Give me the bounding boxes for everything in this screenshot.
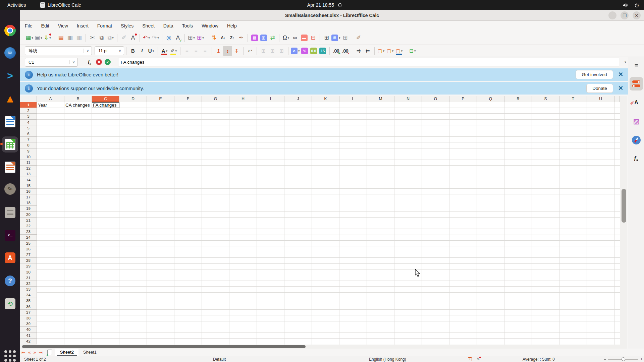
show-grid-button[interactable]: ⊞▾	[331, 33, 341, 43]
align-right-button[interactable]: ≡	[201, 46, 210, 56]
italic-button[interactable]: I	[138, 46, 147, 56]
headers-and-footers-button[interactable]: ⊟	[309, 33, 318, 43]
dock-item-libreoffice-impress[interactable]	[2, 159, 18, 175]
row-header-22[interactable]: 22	[20, 223, 37, 229]
row-header-24[interactable]: 24	[20, 235, 37, 240]
close-button[interactable]: ✕	[633, 11, 641, 19]
undo-dropdown-icon[interactable]: ▾	[148, 36, 150, 40]
column-header-n[interactable]: N	[394, 96, 422, 102]
border-style-dropdown-icon[interactable]: ▾	[392, 49, 394, 53]
insert-comment-button[interactable]: ▬	[300, 33, 309, 43]
dock-item-thunderbird[interactable]: ✉	[2, 45, 18, 61]
align-center-button[interactable]: ≡	[192, 46, 201, 56]
insert-row-button[interactable]: ⊞▾	[187, 33, 196, 43]
insert-image-button[interactable]: ▨	[250, 33, 259, 43]
column-header-t[interactable]: T	[559, 96, 587, 102]
insert-chart-button[interactable]: ◫	[259, 33, 268, 43]
cell-c1[interactable]: FA changes	[92, 102, 119, 108]
highlighting-color-dropdown-icon[interactable]: ▾	[175, 49, 177, 53]
dock-item-apps-grid[interactable]	[2, 348, 18, 362]
column-header-k[interactable]: K	[312, 96, 339, 102]
paste-dropdown-icon[interactable]: ▾	[112, 36, 114, 40]
row-header-6[interactable]: 6	[20, 131, 37, 137]
export-as-pdf-button[interactable]: ▤	[56, 33, 65, 43]
row-header-30[interactable]: 30	[20, 269, 37, 275]
conditional-formatting-button[interactable]: ⊡▾	[408, 46, 417, 56]
function-wizard-icon[interactable]: fx	[86, 59, 93, 65]
next-sheet-icon[interactable]: »	[34, 350, 36, 355]
undo-button[interactable]: ↶▾	[142, 33, 151, 43]
sidebar-properties-deck[interactable]	[630, 77, 643, 90]
sheet-tab-sheet2[interactable]: Sheet2	[55, 349, 78, 356]
menu-file[interactable]: File	[25, 23, 33, 28]
row-header-18[interactable]: 18	[20, 200, 37, 206]
new-document-button[interactable]: ▦▾	[25, 33, 34, 43]
open-file-button[interactable]: ▣▾	[34, 33, 43, 43]
row-header-10[interactable]: 10	[20, 154, 37, 160]
freeze-rows-and-columns-button[interactable]: ⊞	[322, 33, 331, 43]
row-header-11[interactable]: 11	[20, 160, 37, 166]
menu-styles[interactable]: Styles	[121, 23, 133, 28]
row-header-19[interactable]: 19	[20, 206, 37, 212]
column-header-a[interactable]: A	[37, 96, 64, 102]
font-size-combobox[interactable]: 11 pt ∨	[95, 46, 124, 55]
find-and-replace-button[interactable]: ◎	[164, 33, 173, 43]
column-header-q[interactable]: Q	[477, 96, 504, 102]
row-header-28[interactable]: 28	[20, 258, 37, 263]
row-header-38[interactable]: 38	[20, 315, 37, 321]
dock-item-gimp[interactable]: ✎	[2, 181, 18, 197]
row-header-2[interactable]: 2	[20, 108, 37, 114]
row-header-41[interactable]: 41	[20, 333, 37, 339]
row-header-33[interactable]: 33	[20, 287, 37, 292]
zoom-in-icon[interactable]: +	[640, 357, 643, 362]
bold-button[interactable]: B	[128, 46, 138, 56]
column-header-j[interactable]: J	[284, 96, 312, 102]
column-header-o[interactable]: O	[422, 96, 449, 102]
row-header-4[interactable]: 4	[20, 120, 37, 125]
menu-format[interactable]: Format	[97, 23, 112, 28]
insert-column-button[interactable]: ⊞▾	[196, 33, 205, 43]
sort-ascending-button[interactable]: A↓	[218, 33, 227, 43]
open-file-dropdown-icon[interactable]: ▾	[41, 36, 42, 40]
show-draw-functions-button[interactable]: ✐	[354, 33, 363, 43]
sheet-number-indicator[interactable]: Sheet 1 of 2	[24, 357, 46, 362]
name-box[interactable]: C1 ∨	[25, 58, 78, 67]
zoom-track[interactable]	[608, 359, 638, 360]
accept-icon[interactable]: ✓	[105, 59, 111, 65]
dock-item-trash[interactable]: ⟲	[2, 296, 18, 312]
row-header-21[interactable]: 21	[20, 218, 37, 223]
row-header-12[interactable]: 12	[20, 166, 37, 171]
sidebar-navigator-deck[interactable]	[630, 133, 643, 147]
cell-a1[interactable]: Year	[37, 102, 64, 108]
insert-column-dropdown-icon[interactable]: ▾	[202, 36, 204, 40]
zoom-out-icon[interactable]: −	[604, 357, 606, 362]
select-all-corner[interactable]	[20, 96, 37, 102]
column-header-c[interactable]: C	[92, 96, 119, 102]
sort-button[interactable]: ⇅	[209, 33, 218, 43]
border-style-button[interactable]: ▢▾	[386, 46, 395, 56]
column-header-u[interactable]: U	[587, 96, 614, 102]
insert-row-dropdown-icon[interactable]: ▾	[193, 36, 195, 40]
print-preview-button[interactable]: ▥	[74, 33, 84, 43]
border-color-button[interactable]: ▢▾	[395, 46, 404, 56]
save-dropdown-icon[interactable]: ▾	[49, 36, 51, 40]
row-header-16[interactable]: 16	[20, 189, 37, 194]
row-header-8[interactable]: 8	[20, 142, 37, 148]
copy-button[interactable]: ⧉	[97, 33, 106, 43]
menu-view[interactable]: View	[58, 23, 68, 28]
dock-item-vlc[interactable]: ▲	[2, 90, 18, 107]
save-button[interactable]: ⇓▾	[43, 33, 52, 43]
language-indicator[interactable]: English (Hong Kong)	[369, 357, 406, 362]
insert-special-character-button[interactable]: Ω▾	[281, 33, 290, 43]
insert-sheet-icon[interactable]	[47, 350, 52, 355]
borders-dropdown-icon[interactable]: ▾	[383, 49, 385, 53]
column-header-p[interactable]: P	[449, 96, 477, 102]
font-color-button[interactable]: A▾	[160, 46, 169, 56]
underline-dropdown-icon[interactable]: ▾	[153, 49, 154, 53]
row-header-34[interactable]: 34	[20, 292, 37, 298]
chevron-down-icon[interactable]: ∨	[84, 49, 92, 53]
cancel-icon[interactable]: ✕	[96, 59, 102, 65]
expand-formula-bar-icon[interactable]: ∨	[624, 60, 627, 63]
sidebar-functions-deck[interactable]: fx	[630, 152, 643, 166]
insert-pivot-table-button[interactable]: ⇄	[268, 33, 277, 43]
